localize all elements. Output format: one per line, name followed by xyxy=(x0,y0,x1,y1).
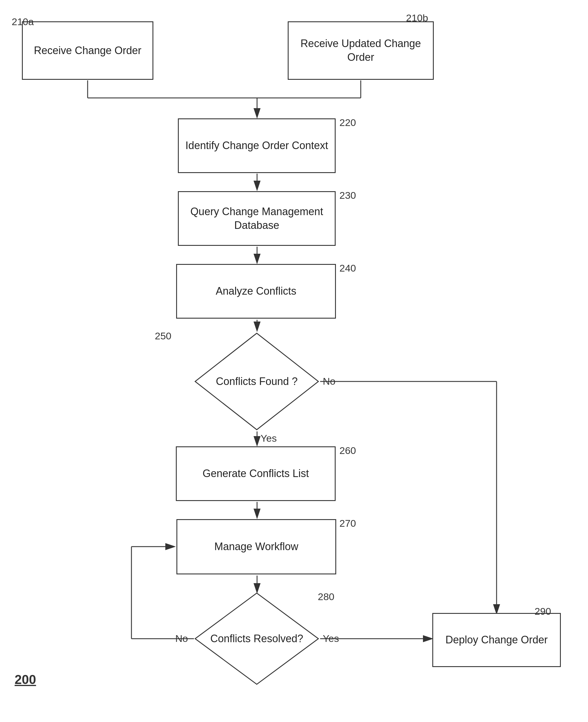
ref-240: 240 xyxy=(339,262,356,274)
ref-210a: 210a xyxy=(12,16,34,27)
analyze-conflicts-box: Analyze Conflicts xyxy=(176,264,336,319)
yes-label-bottom: Yes xyxy=(323,633,339,644)
receive-updated-change-order-box: Receive Updated Change Order xyxy=(288,21,434,80)
query-db-box: Query Change Management Database xyxy=(178,191,336,246)
ref-270: 270 xyxy=(339,518,356,529)
ref-250: 250 xyxy=(155,330,171,342)
identify-context-box: Identify Change Order Context xyxy=(178,118,336,173)
no-label-bottom: No xyxy=(175,633,188,644)
ref-210b: 210b xyxy=(406,12,428,24)
diagram-label: 200 xyxy=(15,672,36,687)
manage-workflow-box: Manage Workflow xyxy=(176,519,336,575)
yes-label-middle: Yes xyxy=(260,433,277,444)
deploy-box: Deploy Change Order xyxy=(432,613,561,667)
ref-290: 290 xyxy=(534,606,551,617)
generate-conflicts-box: Generate Conflicts List xyxy=(176,446,336,501)
no-label-top: No xyxy=(323,376,335,387)
conflicts-found-diamond: Conflicts Found ? xyxy=(194,332,319,431)
conflicts-resolved-diamond: Conflicts Resolved? xyxy=(194,592,319,685)
ref-220: 220 xyxy=(339,117,356,128)
ref-260: 260 xyxy=(339,445,356,456)
receive-change-order-box: Receive Change Order xyxy=(22,21,153,80)
ref-280: 280 xyxy=(318,591,334,602)
flowchart-diagram: Receive Change Order 210a Receive Update… xyxy=(0,0,588,722)
ref-230: 230 xyxy=(339,190,356,201)
